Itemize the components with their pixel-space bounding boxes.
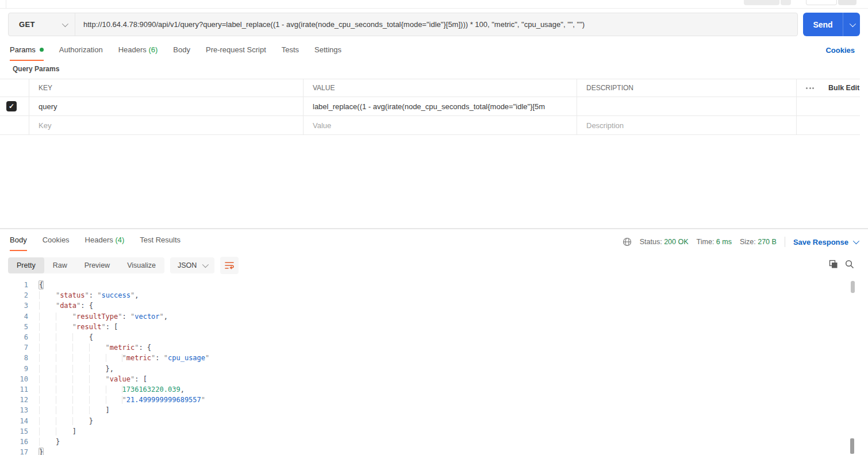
line-number: 4: [0, 311, 28, 322]
more-options-cell: [796, 79, 819, 97]
line-number: 14: [0, 416, 28, 426]
cookies-link[interactable]: Cookies: [825, 46, 855, 55]
response-tab-headers-label: Headers: [85, 236, 113, 244]
tab-headers[interactable]: Headers (6): [118, 45, 158, 61]
row-spacer: [819, 97, 860, 116]
format-selected-label: JSON: [178, 261, 197, 269]
params-active-dot: [40, 48, 44, 52]
chevron-down-icon: [62, 20, 68, 26]
response-headers-count: (4): [115, 236, 124, 244]
send-options-button[interactable]: [843, 13, 860, 36]
line-number: 1: [0, 280, 28, 290]
description-column-header: DESCRIPTION: [577, 79, 796, 97]
param-value-cell[interactable]: label_replace((1 - avg(irate(node_cpu_se…: [303, 97, 577, 116]
view-preview[interactable]: Preview: [76, 257, 118, 273]
tab-params[interactable]: Params: [10, 45, 44, 61]
new-key-input[interactable]: Key: [29, 116, 303, 135]
code-line: 3 "data": {: [0, 300, 850, 311]
method-select[interactable]: GET: [9, 13, 75, 36]
response-body-json[interactable]: 1{2 "status": "success",3 "data": {4 "re…: [0, 280, 850, 455]
format-select[interactable]: JSON: [170, 257, 214, 273]
line-number: 11: [0, 384, 28, 395]
scrollbar-thumb-bottom[interactable]: [850, 438, 854, 454]
response-tabs: Body Cookies Headers (4) Test Results: [10, 236, 180, 251]
headers-count: (6): [148, 45, 158, 54]
save-response-button[interactable]: Save Response: [793, 238, 858, 246]
tab-authorization-label: Authorization: [59, 45, 103, 54]
param-key-cell[interactable]: query: [29, 97, 303, 116]
more-options-icon[interactable]: [806, 87, 814, 89]
send-button[interactable]: Send: [803, 13, 860, 36]
header-checkbox-cell: [0, 79, 29, 97]
search-icon[interactable]: [845, 260, 854, 269]
code-text: ]: [39, 405, 110, 415]
response-tab-cookies[interactable]: Cookies: [43, 236, 70, 251]
view-raw[interactable]: Raw: [44, 257, 76, 273]
tab-tests[interactable]: Tests: [282, 45, 299, 61]
divider: [785, 237, 785, 247]
network-globe-icon[interactable]: [623, 237, 632, 246]
response-tab-test-results-label: Test Results: [140, 236, 180, 244]
code-text: "status": "success",: [39, 290, 139, 300]
response-tab-body-label: Body: [10, 236, 27, 244]
code-text: }: [39, 447, 43, 455]
tab-params-label: Params: [10, 45, 36, 54]
tab-headers-label: Headers: [118, 45, 147, 54]
cutoff-button-fragment: [806, 0, 837, 5]
line-number: 2: [0, 290, 28, 300]
response-tab-headers[interactable]: Headers (4): [85, 236, 125, 251]
code-text: }: [39, 416, 93, 426]
code-text: {: [39, 332, 93, 342]
request-response-divider[interactable]: [0, 228, 868, 229]
bulk-edit-cell: Bulk Edit: [819, 79, 860, 97]
code-line: 8 "metric": "cpu_usage": [0, 353, 850, 363]
chevron-down-icon: [849, 20, 855, 26]
response-view-toolbar: Pretty Raw Preview Visualize JSON: [8, 257, 239, 274]
code-line: 2 "status": "success",: [0, 290, 850, 300]
top-strip: [0, 0, 868, 9]
view-mode-switcher: Pretty Raw Preview Visualize: [8, 257, 164, 273]
method-label: GET: [19, 20, 35, 29]
code-line: 17}: [0, 447, 850, 455]
response-tab-test-results[interactable]: Test Results: [140, 236, 180, 251]
code-line: 7 "metric": {: [0, 342, 850, 353]
cutoff-button-fragment: [781, 0, 791, 5]
tab-settings[interactable]: Settings: [314, 45, 341, 61]
tab-authorization[interactable]: Authorization: [59, 45, 103, 61]
code-line: 9 },: [0, 364, 850, 374]
code-text: }: [39, 437, 60, 447]
new-value-input[interactable]: Value: [303, 116, 577, 135]
save-response-label: Save Response: [793, 238, 848, 246]
wrap-text-button[interactable]: [220, 257, 239, 274]
panel-edge: [6, 0, 6, 9]
code-text: "result": [: [39, 322, 118, 332]
line-number: 3: [0, 300, 28, 311]
line-number: 15: [0, 426, 28, 437]
copy-icon[interactable]: [829, 260, 838, 269]
new-description-input[interactable]: Description: [577, 116, 796, 135]
key-column-header: KEY: [29, 79, 303, 97]
time-label: Time:: [697, 238, 715, 246]
line-number: 17: [0, 447, 28, 455]
code-line: 6 {: [0, 332, 850, 342]
line-number: 16: [0, 437, 28, 447]
tab-body[interactable]: Body: [173, 45, 190, 61]
view-pretty[interactable]: Pretty: [8, 257, 44, 273]
status-value: 200 OK: [664, 238, 688, 246]
param-description-cell[interactable]: [577, 97, 796, 116]
response-tab-body[interactable]: Body: [10, 236, 27, 251]
bulk-edit-button[interactable]: Bulk Edit: [828, 84, 859, 92]
size-value: 270 B: [758, 238, 777, 246]
param-checkbox-checked[interactable]: [6, 101, 17, 111]
tab-body-label: Body: [173, 45, 190, 54]
url-input[interactable]: http://10.64.4.78:9090/api/v1/query?quer…: [75, 13, 797, 36]
url-bar: GET http://10.64.4.78:9090/api/v1/query?…: [8, 13, 798, 36]
code-text: 1736163220.039,: [39, 384, 185, 395]
tab-prerequest-script[interactable]: Pre-request Script: [206, 45, 266, 61]
code-text: "data": {: [39, 300, 93, 311]
response-meta-bar: Status: 200 OK Time: 6 ms Size: 270 B Sa…: [623, 237, 858, 247]
view-visualize[interactable]: Visualize: [118, 257, 164, 273]
code-line: 10 "value": [: [0, 374, 850, 384]
vertical-scrollbar-thumb[interactable]: [851, 281, 855, 293]
code-line: 13 ]: [0, 405, 850, 415]
